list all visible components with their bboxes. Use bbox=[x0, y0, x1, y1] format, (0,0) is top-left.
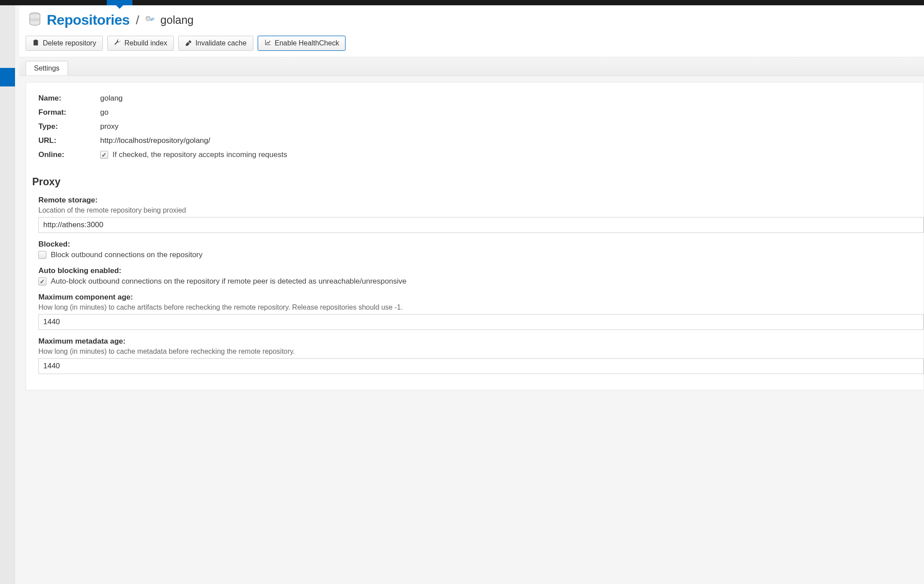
invalidate-cache-button[interactable]: Invalidate cache bbox=[178, 36, 253, 51]
settings-content: Name: golang Format: go Type: proxy URL:… bbox=[26, 82, 924, 390]
auto-blocking-label: Auto blocking enabled: bbox=[38, 266, 924, 275]
online-label: Online: bbox=[38, 150, 100, 159]
online-help: If checked, the repository accepts incom… bbox=[113, 150, 287, 159]
tab-settings[interactable]: Settings bbox=[26, 61, 68, 75]
chart-icon bbox=[264, 39, 271, 48]
online-checkbox[interactable] bbox=[100, 151, 108, 159]
format-label: Format: bbox=[38, 108, 100, 117]
invalidate-cache-label: Invalidate cache bbox=[195, 39, 247, 47]
blocked-checkbox[interactable] bbox=[38, 251, 46, 259]
auto-blocking-checkbox[interactable] bbox=[38, 277, 46, 285]
database-icon bbox=[27, 11, 42, 29]
name-value: golang bbox=[100, 94, 123, 103]
max-component-age-input[interactable] bbox=[38, 314, 924, 330]
remote-storage-label: Remote storage: bbox=[38, 196, 924, 205]
repo-type-icon bbox=[146, 15, 155, 25]
sidebar bbox=[0, 5, 15, 584]
remote-storage-help: Location of the remote repository being … bbox=[38, 206, 924, 214]
enable-healthcheck-button[interactable]: Enable HealthCheck bbox=[258, 36, 346, 51]
eraser-icon bbox=[185, 39, 192, 48]
topbar bbox=[0, 0, 924, 5]
delete-repository-label: Delete repository bbox=[43, 39, 96, 47]
url-value: http://localhost/repository/golang/ bbox=[100, 136, 210, 145]
toolbar: Delete repository Rebuild index Invalida… bbox=[19, 33, 924, 57]
max-metadata-age-help: How long (in minutes) to cache metadata … bbox=[38, 348, 924, 356]
page-header: Repositories / golang bbox=[19, 5, 924, 33]
type-value: proxy bbox=[100, 122, 119, 131]
breadcrumb-separator: / bbox=[136, 13, 139, 27]
proxy-section-title: Proxy bbox=[26, 162, 924, 196]
blocked-help: Block outbound connections on the reposi… bbox=[51, 251, 203, 259]
max-component-age-help: How long (in minutes) to cache artifacts… bbox=[38, 303, 924, 311]
max-component-age-label: Maximum component age: bbox=[38, 293, 924, 302]
trash-icon bbox=[32, 39, 39, 48]
max-metadata-age-label: Maximum metadata age: bbox=[38, 337, 924, 346]
enable-healthcheck-label: Enable HealthCheck bbox=[275, 39, 339, 47]
rebuild-index-button[interactable]: Rebuild index bbox=[107, 36, 174, 51]
breadcrumb-repo-name: golang bbox=[161, 14, 194, 26]
wrench-icon bbox=[114, 39, 121, 48]
rebuild-index-label: Rebuild index bbox=[124, 39, 167, 47]
page-title[interactable]: Repositories bbox=[47, 12, 130, 28]
delete-repository-button[interactable]: Delete repository bbox=[26, 36, 103, 51]
type-label: Type: bbox=[38, 122, 100, 131]
blocked-label: Blocked: bbox=[38, 240, 924, 249]
url-label: URL: bbox=[38, 136, 100, 145]
format-value: go bbox=[100, 108, 109, 117]
topbar-active-indicator bbox=[107, 0, 132, 5]
main-panel: Repositories / golang Delete repository … bbox=[15, 5, 924, 584]
tabbar: Settings bbox=[19, 57, 924, 76]
sidebar-active-indicator bbox=[0, 68, 15, 86]
remote-storage-input[interactable] bbox=[38, 217, 924, 233]
auto-blocking-help: Auto-block outbound connections on the r… bbox=[51, 277, 406, 286]
max-metadata-age-input[interactable] bbox=[38, 358, 924, 374]
name-label: Name: bbox=[38, 94, 100, 103]
